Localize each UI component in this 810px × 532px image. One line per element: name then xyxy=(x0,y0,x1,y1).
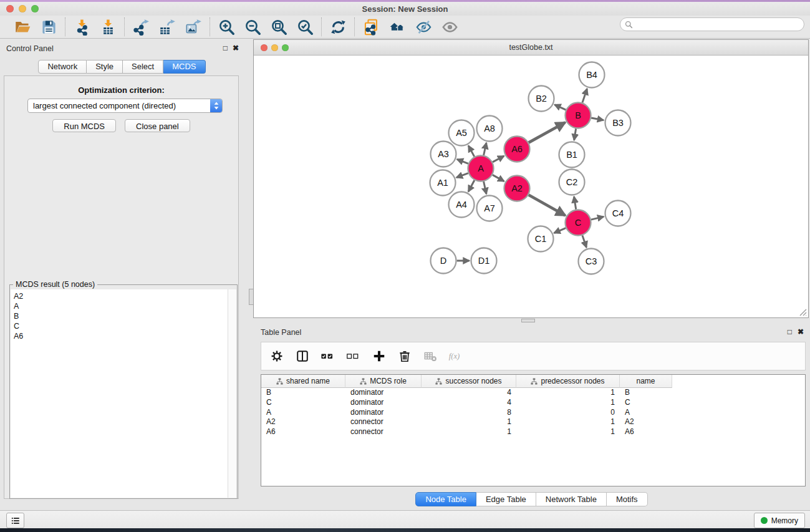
table-cell[interactable]: B xyxy=(261,388,345,398)
table-cell[interactable]: 0 xyxy=(516,408,620,418)
deselect-all-icon[interactable] xyxy=(346,349,361,364)
open-session-icon[interactable] xyxy=(13,17,32,36)
graph-node-C3[interactable]: C3 xyxy=(579,249,604,274)
column-header-predecessor-nodes[interactable]: predecessor nodes xyxy=(516,375,620,388)
network-from-selection-icon[interactable] xyxy=(362,17,380,36)
graph-node-B[interactable]: B xyxy=(566,103,591,128)
graph-edge-A-A3[interactable] xyxy=(457,159,468,163)
graph-edge-B-B3[interactable] xyxy=(591,118,604,120)
export-table-icon[interactable] xyxy=(158,17,176,36)
graph-edge-A-A7[interactable] xyxy=(484,181,486,194)
column-header-shared-name[interactable]: shared name xyxy=(261,375,345,388)
graph-node-A5[interactable]: A5 xyxy=(449,120,475,146)
run-mcds-button[interactable]: Run MCDS xyxy=(52,119,116,132)
column-header-mcds-role[interactable]: MCDS role xyxy=(345,375,422,388)
float-panel-icon[interactable]: □ xyxy=(223,44,228,52)
graph-node-A3[interactable]: A3 xyxy=(431,142,456,167)
add-column-icon[interactable] xyxy=(372,349,387,364)
graph-node-C[interactable]: C xyxy=(566,210,591,236)
graph-edge-C-C4[interactable] xyxy=(591,216,604,220)
close-table-panel-icon[interactable]: ✖ xyxy=(798,328,804,336)
table-cell[interactable]: dominator xyxy=(345,388,422,398)
graph-node-A6[interactable]: A6 xyxy=(504,137,530,162)
first-neighbors-icon[interactable] xyxy=(388,17,407,36)
graph-edge-A2-C[interactable] xyxy=(529,195,566,216)
table-cell[interactable]: dominator xyxy=(345,408,422,418)
mcds-result-item[interactable]: A6 xyxy=(14,331,228,341)
mcds-result-item[interactable]: C xyxy=(14,321,228,331)
graph-edge-C-C3[interactable] xyxy=(582,235,587,247)
import-network-icon[interactable] xyxy=(72,17,91,36)
delete-column-icon[interactable] xyxy=(397,349,412,364)
table-row[interactable]: A2connector11A2 xyxy=(261,417,805,427)
table-cell[interactable]: C xyxy=(261,398,345,408)
apply-layout-icon[interactable] xyxy=(329,17,347,36)
resize-grip-icon[interactable] xyxy=(798,307,807,316)
column-header-successor-nodes[interactable]: successor nodes xyxy=(422,375,516,388)
graph-node-A7[interactable]: A7 xyxy=(477,196,503,221)
mcds-result-list[interactable]: A2ABCA6 xyxy=(11,289,228,498)
graph-node-D[interactable]: D xyxy=(431,248,456,274)
table-cell[interactable]: A6 xyxy=(261,427,345,437)
column-panel-icon[interactable] xyxy=(295,349,310,364)
graph-edge-B-B4[interactable] xyxy=(582,89,587,102)
tab-mcds[interactable]: MCDS xyxy=(163,60,205,74)
export-network-icon[interactable] xyxy=(132,17,150,36)
graph-edge-A6-B[interactable] xyxy=(529,122,566,142)
import-table-icon[interactable] xyxy=(99,17,117,36)
network-graph[interactable]: B4B2BB3A5A8A6B1A3AA1C2A2A4A7C4CC1C3DD1 xyxy=(254,56,808,317)
network-window-titlebar[interactable]: testGlobe.txt xyxy=(254,40,808,56)
graph-edge-A-A2[interactable] xyxy=(493,175,504,181)
table-cell[interactable]: A xyxy=(620,408,672,418)
table-cell[interactable]: 8 xyxy=(422,408,516,418)
table-cell[interactable]: 1 xyxy=(516,388,620,398)
graph-node-A[interactable]: A xyxy=(468,156,494,181)
table-cell[interactable]: 1 xyxy=(422,417,516,427)
tab-motifs[interactable]: Motifs xyxy=(607,492,648,506)
export-image-icon[interactable] xyxy=(184,17,203,36)
tab-edge-table[interactable]: Edge Table xyxy=(476,492,536,506)
graph-node-B1[interactable]: B1 xyxy=(559,142,585,168)
table-cell[interactable]: 4 xyxy=(422,388,516,398)
graph-node-D1[interactable]: D1 xyxy=(471,248,497,274)
tab-style[interactable]: Style xyxy=(87,60,123,74)
zoom-out-icon[interactable] xyxy=(243,17,262,36)
task-history-button[interactable] xyxy=(6,513,24,528)
table-cell[interactable]: 1 xyxy=(516,427,620,437)
zoom-in-icon[interactable] xyxy=(217,17,236,36)
graph-node-C1[interactable]: C1 xyxy=(528,226,554,252)
criterion-dropdown[interactable]: largest connected component (directed) xyxy=(27,99,223,113)
tab-node-table[interactable]: Node Table xyxy=(415,492,476,506)
table-cell[interactable]: B xyxy=(620,388,672,398)
tab-select[interactable]: Select xyxy=(123,60,163,74)
column-header-name[interactable]: name xyxy=(620,375,672,388)
hide-selected-icon[interactable] xyxy=(414,17,433,36)
graph-edge-C-C2[interactable] xyxy=(574,196,576,210)
graph-edge-A-A5[interactable] xyxy=(468,146,475,157)
mcds-result-scrollbar[interactable] xyxy=(228,289,236,498)
table-cell[interactable]: A2 xyxy=(620,417,672,427)
memory-button[interactable]: Memory xyxy=(754,513,805,528)
settings-gear-icon[interactable] xyxy=(269,349,284,364)
select-all-icon[interactable] xyxy=(321,349,335,364)
table-cell[interactable]: 1 xyxy=(422,427,516,437)
graph-edge-A-A8[interactable] xyxy=(484,143,486,155)
graph-node-B2[interactable]: B2 xyxy=(529,86,554,112)
search-input[interactable] xyxy=(635,19,794,29)
close-panel-icon[interactable]: ✖ xyxy=(233,44,239,52)
graph-node-C4[interactable]: C4 xyxy=(605,201,631,226)
table-cell[interactable]: 4 xyxy=(422,398,516,408)
graph-edge-A-A1[interactable] xyxy=(456,173,468,178)
table-cell[interactable]: connector xyxy=(345,417,422,427)
mcds-result-item[interactable]: A2 xyxy=(14,291,228,301)
table-row[interactable]: A6connector11A6 xyxy=(261,427,805,437)
graph-node-A4[interactable]: A4 xyxy=(449,192,475,218)
graph-edge-B-B2[interactable] xyxy=(554,105,566,110)
mcds-result-item[interactable]: B xyxy=(14,311,228,321)
tab-network-table[interactable]: Network Table xyxy=(536,492,607,506)
table-cell[interactable]: A xyxy=(261,408,345,418)
graph-edge-B-B1[interactable] xyxy=(574,128,576,140)
table-cell[interactable]: 1 xyxy=(516,398,620,408)
table-row[interactable]: Adominator80A xyxy=(261,408,805,418)
app-titlebar[interactable]: Session: New Session xyxy=(0,2,810,16)
